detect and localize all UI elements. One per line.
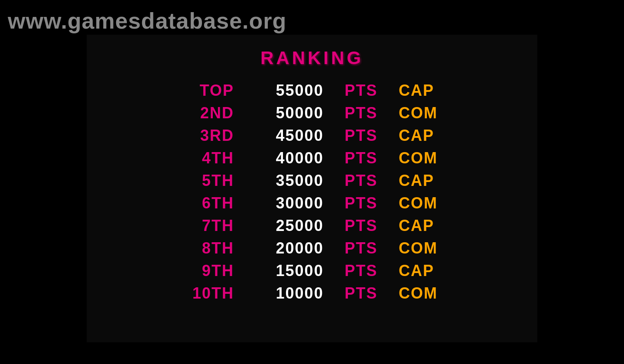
rank-pts-7: PTS (344, 217, 378, 235)
ranking-row: 2ND50000PTSCOM (182, 103, 442, 123)
rank-name-1: CAP (399, 81, 442, 100)
rank-score-4: 40000 (254, 149, 324, 167)
rank-pts-1: PTS (344, 81, 378, 100)
rank-score-1: 55000 (254, 81, 324, 100)
rank-score-9: 15000 (254, 262, 324, 280)
rank-label-2: 2ND (182, 104, 234, 122)
rank-name-7: CAP (399, 217, 442, 235)
rank-label-4: 4TH (182, 149, 234, 167)
rank-pts-4: PTS (344, 149, 378, 167)
rank-score-10: 10000 (254, 284, 324, 302)
rank-label-3: 3RD (182, 127, 234, 145)
rank-score-7: 25000 (254, 217, 324, 235)
rank-pts-6: PTS (344, 194, 378, 212)
rank-score-3: 45000 (254, 127, 324, 145)
ranking-row: 9TH15000PTSCAP (182, 261, 442, 281)
rank-name-9: CAP (399, 262, 442, 280)
ranking-row: TOP55000PTSCAP (182, 81, 442, 101)
rank-score-5: 35000 (254, 172, 324, 190)
ranking-table: TOP55000PTSCAP2ND50000PTSCOM3RD45000PTSC… (182, 81, 442, 303)
rank-label-7: 7TH (182, 217, 234, 235)
rank-name-8: COM (399, 239, 442, 257)
watermark-text: www.gamesdatabase.org (8, 8, 286, 34)
rank-label-6: 6TH (182, 194, 234, 212)
rank-name-10: COM (399, 284, 442, 302)
rank-label-10: 10TH (182, 284, 234, 302)
ranking-row: 5TH35000PTSCAP (182, 171, 442, 191)
rank-name-2: COM (399, 104, 442, 122)
rank-label-5: 5TH (182, 172, 234, 190)
ranking-row: 4TH40000PTSCOM (182, 148, 442, 168)
ranking-row: 8TH20000PTSCOM (182, 238, 442, 258)
rank-pts-5: PTS (344, 172, 378, 190)
rank-name-3: CAP (399, 127, 442, 145)
ranking-row: 10TH10000PTSCOM (182, 283, 442, 303)
rank-pts-9: PTS (344, 262, 378, 280)
rank-pts-10: PTS (344, 284, 378, 302)
rank-name-4: COM (399, 149, 442, 167)
game-screen: RANKING TOP55000PTSCAP2ND50000PTSCOM3RD4… (87, 35, 537, 342)
rank-pts-2: PTS (344, 104, 378, 122)
ranking-row: 7TH25000PTSCAP (182, 216, 442, 236)
rank-score-2: 50000 (254, 104, 324, 122)
rank-pts-3: PTS (344, 127, 378, 145)
rank-label-1: TOP (182, 81, 234, 100)
ranking-title: RANKING (260, 48, 364, 68)
rank-label-8: 8TH (182, 239, 234, 257)
rank-name-5: CAP (399, 172, 442, 190)
rank-pts-8: PTS (344, 239, 378, 257)
ranking-row: 3RD45000PTSCAP (182, 126, 442, 146)
rank-score-8: 20000 (254, 239, 324, 257)
rank-label-9: 9TH (182, 262, 234, 280)
ranking-row: 6TH30000PTSCOM (182, 193, 442, 213)
rank-name-6: COM (399, 194, 442, 212)
rank-score-6: 30000 (254, 194, 324, 212)
